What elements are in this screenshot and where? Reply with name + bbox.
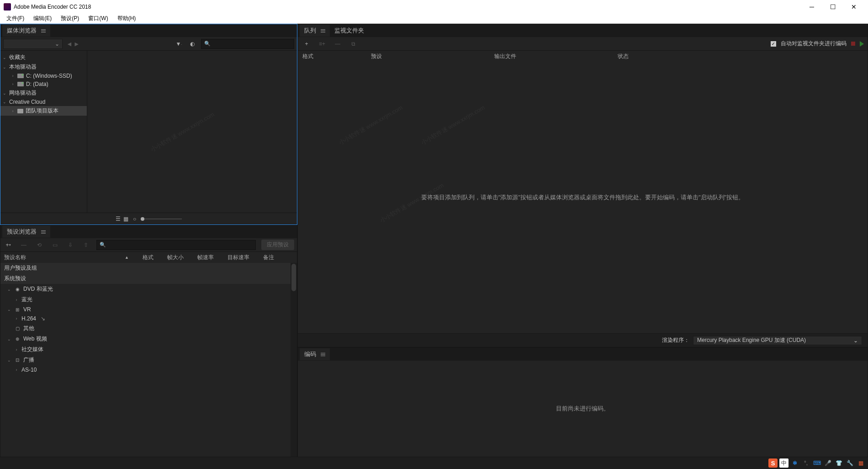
preset-headers: 预设名称 ▲ 格式 帧大小 帧速率 目标速率 备注 <box>0 252 297 263</box>
search-icon: 🔍 <box>204 41 211 47</box>
tree-local-drives[interactable]: ⌄本地驱动器 <box>0 62 87 72</box>
nav-forward-icon[interactable]: ► <box>74 40 80 48</box>
tray-skin-icon[interactable]: 👕 <box>834 458 843 468</box>
preset-browser-tab[interactable]: 预设浏览器 <box>2 226 50 238</box>
path-dropdown[interactable]: ⌄ <box>3 39 63 49</box>
broadcast-icon: ⊡ <box>14 357 21 363</box>
zoom-dot-icon: ○ <box>133 216 136 222</box>
panel-menu-icon[interactable] <box>321 353 325 356</box>
media-content-area: 小小软件迷 www.xxrjm.com <box>87 51 297 213</box>
maximize-button[interactable]: ☐ <box>822 0 843 14</box>
app-title: Adobe Media Encoder CC 2018 <box>14 4 91 10</box>
queue-empty-message: 要将项目添加到队列，请单击"添加源"按钮或者从媒体浏览器或桌面将文件拖到此处。要… <box>421 193 744 202</box>
sort-asc-icon: ▲ <box>125 255 129 260</box>
preset-browser-panel: 预设浏览器 +▾ — ⟲ ▭ ⇩ ⇧ 🔍 应用预设 预设名称 ▲ 格式 帧大小 … <box>0 225 297 457</box>
add-source-button[interactable]: + <box>302 39 312 49</box>
tree-creative-cloud[interactable]: ⌄Creative Cloud <box>0 98 87 106</box>
preset-group-vr[interactable]: ⌄⊞VR <box>0 305 297 314</box>
panel-menu-icon[interactable] <box>321 29 325 32</box>
media-tree: ⌄收藏夹 ⌄本地驱动器 ›C: (Windows-SSD) ›D: (Data)… <box>0 51 87 213</box>
watermark: 小小软件迷 www.xxrjm.com <box>337 103 404 147</box>
header-comment[interactable]: 备注 <box>263 254 274 261</box>
remove-button[interactable]: — <box>333 39 343 49</box>
preset-group-user[interactable]: 用户预设及组 <box>0 263 297 273</box>
queue-tab-label: 队列 <box>304 27 316 35</box>
sync-preset-button[interactable]: ⟲ <box>34 240 44 250</box>
preset-item-social[interactable]: ›社交媒体 <box>0 344 297 355</box>
menubar: 文件(F) 编辑(E) 预设(P) 窗口(W) 帮助(H) <box>0 14 868 24</box>
ingest-icon[interactable]: ◐ <box>187 39 197 49</box>
close-button[interactable]: ✕ <box>843 0 864 14</box>
tray-grid-icon[interactable]: ▦ <box>856 458 865 468</box>
header-preset-name[interactable]: 预设名称 ▲ <box>4 254 129 261</box>
queue-drop-area[interactable]: 小小软件迷 www.xxrjm.com 小小软件迷 www.xxrjm.com … <box>298 62 868 333</box>
ime-indicator[interactable]: S <box>768 458 778 468</box>
tree-drive-d[interactable]: ›D: (Data) <box>0 80 87 88</box>
zoom-slider[interactable] <box>141 219 182 219</box>
preset-item-as10[interactable]: ›AS-10 <box>0 365 297 374</box>
export-preset-button[interactable]: ⇧ <box>81 240 91 250</box>
view-thumb-icon[interactable]: ▦ <box>123 216 128 222</box>
tree-favorites[interactable]: ⌄收藏夹 <box>0 53 87 62</box>
globe-icon: ⊕ <box>14 336 21 342</box>
header-output: 输出文件 <box>494 53 618 60</box>
auto-encode-label: 自动对监视文件夹进行编码 <box>781 40 847 48</box>
preset-group-broadcast[interactable]: ⌄⊡广播 <box>0 355 297 365</box>
start-queue-button[interactable] <box>860 41 864 47</box>
tray-mic-icon[interactable]: 🎤 <box>823 458 832 468</box>
tray-tools-icon[interactable]: 🔧 <box>845 458 854 468</box>
menu-preset[interactable]: 预设(P) <box>56 14 84 23</box>
preset-search-input[interactable]: 🔍 <box>96 240 256 250</box>
preset-browser-tab-label: 预设浏览器 <box>7 228 37 236</box>
apply-preset-button[interactable]: 应用预设 <box>261 240 294 250</box>
nav-back-icon[interactable]: ◄ <box>66 40 73 48</box>
menu-edit[interactable]: 编辑(E) <box>29 14 56 23</box>
preset-group-dvd[interactable]: ⌄◉DVD 和蓝光 <box>0 284 297 294</box>
tray-punct-icon[interactable]: °, <box>801 458 810 468</box>
minimize-button[interactable]: ─ <box>801 0 822 14</box>
watermark: 小小软件迷 www.xxrjm.com <box>149 110 216 154</box>
monitor-icon: ▢ <box>14 326 21 331</box>
preset-group-system[interactable]: 系统预设 <box>0 273 297 284</box>
watch-folder-tab[interactable]: 监视文件夹 <box>330 25 369 37</box>
import-preset-button[interactable]: ⇩ <box>65 240 75 250</box>
tray-keyboard-icon[interactable]: ⌨ <box>812 458 821 468</box>
header-frame-size[interactable]: 帧大小 <box>167 254 184 261</box>
preset-item-bluray[interactable]: ›蓝光 <box>0 294 297 305</box>
view-list-icon[interactable]: ☰ <box>116 216 121 222</box>
queue-panel: 队列 监视文件夹 + ≡+ — ⧉ ✓ 自动对监视文件夹进行编码 <box>297 24 868 347</box>
preset-scrollbar[interactable] <box>291 263 297 457</box>
auto-encode-checkbox[interactable]: ✓ <box>771 41 776 47</box>
tray-icon[interactable]: ❃ <box>790 458 799 468</box>
media-browser-tab[interactable]: 媒体浏览器 <box>2 25 50 37</box>
duplicate-button[interactable]: ⧉ <box>348 39 358 49</box>
watermark: 小小软件迷 www.xxrjm.com <box>419 103 487 147</box>
remove-preset-button[interactable]: — <box>19 240 29 250</box>
queue-tab[interactable]: 队列 <box>300 25 330 37</box>
preset-group-other[interactable]: ▢其他 <box>0 323 297 334</box>
menu-window[interactable]: 窗口(W) <box>84 14 112 23</box>
renderer-dropdown[interactable]: Mercury Playback Engine GPU 加速 (CUDA) ⌄ <box>693 336 862 345</box>
disc-icon: ◉ <box>14 287 21 292</box>
new-group-button[interactable]: ▭ <box>50 240 60 250</box>
stop-button[interactable] <box>851 42 855 46</box>
ime-lang-button[interactable]: 中 <box>779 458 789 468</box>
header-frame-rate[interactable]: 帧速率 <box>197 254 214 261</box>
tree-drive-c[interactable]: ›C: (Windows-SSD) <box>0 72 87 80</box>
panel-menu-icon[interactable] <box>41 29 46 32</box>
media-search-input[interactable]: 🔍 <box>201 39 294 49</box>
preset-item-h264[interactable]: ›H.264↘ <box>0 314 297 323</box>
preset-group-web[interactable]: ⌄⊕Web 视频 <box>0 334 297 344</box>
encode-tab[interactable]: 编码 <box>300 348 330 360</box>
tree-team-project[interactable]: ›团队项目版本 <box>0 106 87 116</box>
header-format[interactable]: 格式 <box>143 254 153 261</box>
menu-help[interactable]: 帮助(H) <box>113 14 141 23</box>
filter-icon[interactable]: ▼. <box>174 39 184 49</box>
add-output-button[interactable]: ≡+ <box>317 39 327 49</box>
encode-empty-message: 目前尚未进行编码。 <box>556 405 609 413</box>
tree-network-drives[interactable]: ⌄网络驱动器 <box>0 88 87 98</box>
panel-menu-icon[interactable] <box>41 230 46 234</box>
menu-file[interactable]: 文件(F) <box>2 14 29 23</box>
header-target-rate[interactable]: 目标速率 <box>228 254 249 261</box>
add-preset-button[interactable]: +▾ <box>3 240 13 250</box>
